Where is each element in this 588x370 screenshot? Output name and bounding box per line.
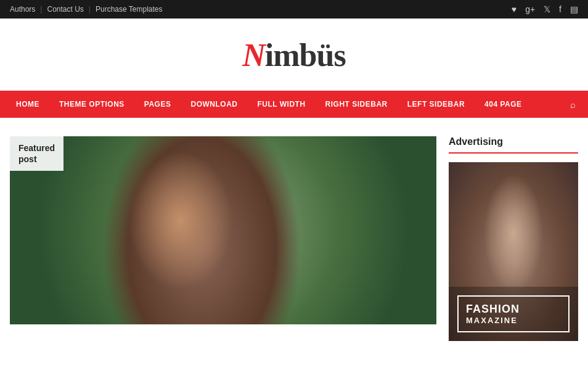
site-logo[interactable]: Nimbüs <box>0 37 588 73</box>
rss-icon[interactable]: ▤ <box>570 4 578 14</box>
nav-bar: HOME THEME OPTIONS PAGES DOWNLOAD FULL W… <box>0 91 588 118</box>
instagram-icon[interactable]: ♥ <box>512 4 517 14</box>
nav-404[interactable]: 404 PAGE <box>475 91 531 118</box>
featured-post-area: Featuredpost <box>10 136 436 341</box>
ad-title: FASHION <box>466 303 561 316</box>
authors-link[interactable]: Authors <box>10 5 35 14</box>
facebook-icon[interactable]: f <box>559 4 561 14</box>
twitter-icon[interactable]: 𝕏 <box>544 4 550 14</box>
featured-image[interactable]: Featuredpost <box>10 136 436 324</box>
nav-download[interactable]: DOWNLOAD <box>181 91 247 118</box>
nav-home[interactable]: HOME <box>6 91 49 118</box>
separator-1: | <box>40 5 42 14</box>
logo-s: s <box>333 38 345 73</box>
top-bar-links: Authors | Contact Us | Purchase Template… <box>10 5 162 14</box>
logo-uml: ü <box>317 38 334 73</box>
nav-full-width[interactable]: FULL WIDTH <box>247 91 315 118</box>
purchase-link[interactable]: Purchase Templates <box>96 5 163 14</box>
logo-area: Nimbüs <box>0 18 588 91</box>
nav-left-sidebar[interactable]: LEFT SIDEBAR <box>398 91 475 118</box>
ad-subtitle: MAXAZINE <box>466 316 561 325</box>
nav-theme-options[interactable]: THEME OPTIONS <box>49 91 134 118</box>
ad-image[interactable]: FASHION MAXAZINE <box>449 162 578 341</box>
ad-overlay-box: FASHION MAXAZINE <box>457 295 570 332</box>
separator-2: | <box>89 5 91 14</box>
top-bar: Authors | Contact Us | Purchase Template… <box>0 0 588 18</box>
advertising-title: Advertising <box>449 136 578 154</box>
featured-image-inner <box>10 136 436 324</box>
contact-link[interactable]: Contact Us <box>47 5 83 14</box>
main-content: Featuredpost Advertising FASHION MAXAZIN… <box>0 118 588 353</box>
nav-items: HOME THEME OPTIONS PAGES DOWNLOAD FULL W… <box>6 91 564 118</box>
sidebar: Advertising FASHION MAXAZINE <box>449 136 578 341</box>
featured-label: Featuredpost <box>10 136 63 171</box>
search-icon[interactable]: ⌕ <box>564 99 582 110</box>
nav-right-sidebar[interactable]: RIGHT SIDEBAR <box>316 91 398 118</box>
social-icons: ♥ g+ 𝕏 f ▤ <box>512 4 578 14</box>
logo-n: N <box>242 38 265 73</box>
ad-overlay: FASHION MAXAZINE <box>449 287 578 341</box>
nav-pages[interactable]: PAGES <box>134 91 181 118</box>
google-plus-icon[interactable]: g+ <box>525 4 535 14</box>
logo-imb: imb <box>265 38 317 73</box>
